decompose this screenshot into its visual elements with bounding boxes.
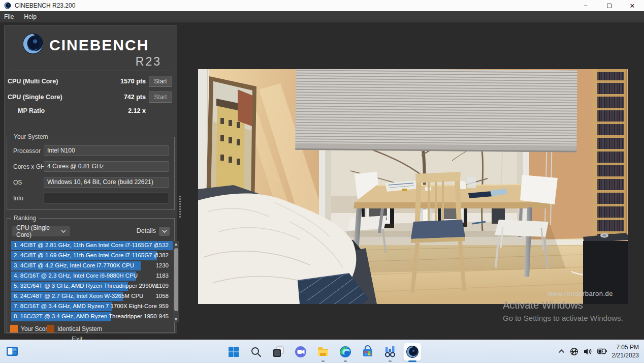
ranking-row[interactable]: 6. 24C/48T @ 2.7 GHz, Intel Xeon W-3265M… [11,292,173,302]
scroll-up-icon[interactable]: ▲ [173,241,179,247]
running-indicator [344,360,347,362]
info-row: Info [11,193,170,204]
restore-icon [607,4,611,8]
cinebench-window: CINEBENCH R23.200 – ✕ File Help CINEBENC… [0,0,644,363]
menu-bar: File Help [0,11,644,22]
battery-charging-icon[interactable] [597,348,607,354]
mp-ratio-row: MP Ratio 2.12 x [8,105,174,117]
render-watermark: www.renderbaron.de [528,290,613,297]
mp-ratio-label: MP Ratio [18,107,45,114]
close-button[interactable]: ✕ [621,0,644,11]
processor-label: Processor [13,147,41,155]
cd-shelf [593,69,627,239]
multi-core-row: CPU (Multi Core) 1570 pts Start [8,76,174,88]
windows-start-icon [228,346,240,358]
identical-system-label: Identical System [57,325,102,332]
scroll-down-icon[interactable]: ▼ [173,316,179,322]
os-row: OS Windows 10, 64 Bit, Core (build 22621… [11,177,170,188]
search-button[interactable] [245,341,267,363]
ranking-row[interactable]: 5. 32C/64T @ 3 GHz, AMD Ryzen Threadripp… [11,282,173,292]
running-indicator [389,360,392,362]
divider [11,71,171,71]
activation-title: Activate Windows [503,299,623,311]
details-label: Details [137,227,156,234]
multi-core-label: CPU (Multi Core) [8,78,58,85]
activation-notice: Activate Windows Go to Settings to activ… [503,299,623,322]
info-label: Info [13,195,23,202]
ranking-row[interactable]: 8. 16C/32T @ 3.4 GHz, AMD Ryzen Threadri… [11,312,173,322]
task-view-icon [272,345,285,358]
single-core-row: CPU (Single Core) 742 pts Start [8,92,174,104]
benchmark-app-button[interactable] [379,341,401,363]
cinebench-app-icon [4,2,11,9]
ranking-row[interactable]: 3. 4C/8T @ 4.2 GHz, Intel Core i7-7700K … [11,261,173,271]
ranking-scrollbar[interactable]: ▲ ▼ [173,241,179,322]
clock-time: 7:05 PM [612,343,639,351]
file-explorer-button[interactable] [312,341,334,363]
cores-field[interactable]: 4 Cores @ 0.81 GHz [44,161,169,172]
cores-row: Cores x GHz 4 Cores @ 0.81 GHz [11,161,170,172]
ranking-row[interactable]: 4. 8C/16T @ 2.3 GHz, Intel Core i9-9880H… [11,271,173,282]
taskbar: 7:05 PM 2/21/2023 [0,340,644,363]
edge-button[interactable] [334,341,357,363]
taskbar-clock[interactable]: 7:05 PM 2/21/2023 [612,343,639,359]
ranking-filter-value: CPU (Single Core) [16,224,61,238]
widgets-button[interactable] [4,343,20,359]
single-core-start-button[interactable]: Start [149,92,172,103]
taskbar-center [222,341,424,363]
benchmark-glasses-icon [383,345,397,358]
your-score-swatch [10,325,18,332]
ranking-legend: Ranking [11,215,39,222]
activation-subtitle: Go to Settings to activate Windows. [503,314,623,322]
chevron-down-icon [61,230,66,233]
cores-label: Cores x GHz [13,163,48,170]
cinebench-icon [406,345,419,358]
edge-icon [339,345,352,358]
chat-button[interactable] [289,341,312,363]
os-field[interactable]: Windows 10, 64 Bit, Core (build 22621) [44,177,169,188]
render-preview [198,69,628,304]
tray-chevron-up-icon[interactable] [558,349,565,353]
active-app-tile [403,343,422,361]
ranking-list: 1. 4C/8T @ 2.81 GHz, 11th Gen Intel Core… [11,241,173,322]
exit-button[interactable]: Exit [72,335,83,340]
cinebench-taskbar-button[interactable] [401,341,424,363]
your-system-legend: Your System [11,133,51,140]
start-button[interactable] [222,341,245,363]
minimize-button[interactable]: – [574,0,597,11]
ranking-group: Ranking CPU (Single Core) Details 1. 4C/… [7,218,175,333]
brand-name: CINEBENCH [49,37,149,54]
task-view-button[interactable] [267,341,289,363]
menu-help[interactable]: Help [19,11,42,22]
store-button[interactable] [357,341,379,363]
ranking-row[interactable]: 2. 4C/8T @ 1.69 GHz, 11th Gen Intel Core… [11,251,173,261]
active-indicator [408,360,416,362]
cinebench-logo-icon [22,33,44,55]
panel-splitter-handle[interactable] [179,196,181,218]
menu-file[interactable]: File [0,11,19,22]
mp-ratio-value: 2.12 x [128,107,146,114]
ranking-row[interactable]: 7. 8C/16T @ 3.4 GHz, AMD Ryzen 7 1700X E… [11,302,173,312]
multi-core-score: 1570 pts [120,78,146,85]
single-core-score: 742 pts [124,94,146,101]
score-legend: Your Score Identical System [8,325,171,333]
info-field[interactable] [44,193,169,203]
system-tray: 7:05 PM 2/21/2023 [558,340,639,363]
title-bar: CINEBENCH R23.200 – ✕ [0,0,644,11]
details-dropdown-button[interactable] [159,227,170,236]
volume-icon[interactable] [584,348,592,355]
multi-core-start-button[interactable]: Start [149,76,172,87]
processor-field[interactable]: Intel N100 [44,145,169,156]
network-no-internet-icon[interactable] [570,347,578,356]
restore-button[interactable] [597,0,621,11]
ranking-row[interactable]: 1. 4C/8T @ 2.81 GHz, 11th Gen Intel Core… [11,241,173,251]
store-icon [361,345,374,358]
os-label: OS [13,179,22,186]
running-indicator [321,360,325,362]
ranking-filter-dropdown[interactable]: CPU (Single Core) [12,226,70,236]
brand-version: R23 [136,55,162,69]
scrollbar-thumb[interactable] [174,248,178,311]
identical-system-swatch [47,325,54,332]
window-title: CINEBENCH R23.200 [15,2,75,9]
chat-icon [294,345,307,358]
